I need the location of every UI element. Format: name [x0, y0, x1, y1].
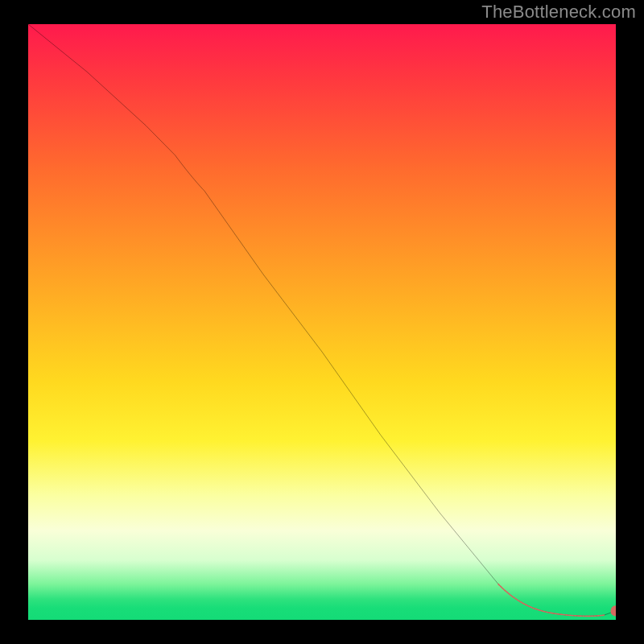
highlight-end-marker: [610, 605, 616, 616]
chart-frame: TheBottleneck.com: [0, 0, 644, 644]
watermark-text: TheBottleneck.com: [481, 2, 636, 23]
plot-area: [28, 24, 616, 620]
main-curve: [28, 24, 616, 616]
chart-svg: [28, 24, 616, 620]
highlight-segment-stroke: [498, 584, 604, 617]
